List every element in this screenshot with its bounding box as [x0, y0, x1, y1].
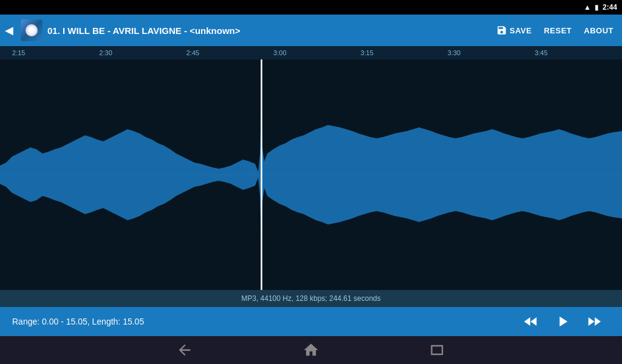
fast-forward-button[interactable] — [578, 309, 610, 334]
about-button[interactable]: ABOUT — [580, 24, 617, 38]
info-text: MP3, 44100 Hz, 128 kbps; 244.61 seconds — [241, 294, 380, 303]
toolbar: ◀ 01. I WILL BE - AVRIL LAVIGNE - <unkno… — [0, 15, 622, 46]
album-art — [21, 19, 43, 41]
nav-home-button[interactable] — [299, 338, 323, 362]
about-label: ABOUT — [584, 26, 613, 35]
battery-icon: ▮ — [595, 3, 599, 12]
status-bar: ▲ ▮ 2:44 — [0, 0, 622, 15]
wifi-icon: ▲ — [584, 3, 591, 12]
song-title: 01. I WILL BE - AVRIL LAVIGNE - <unknown… — [47, 25, 488, 36]
ruler-label-6: 3:45 — [535, 49, 547, 56]
fast-forward-icon — [586, 313, 603, 330]
ruler-label-3: 3:00 — [273, 49, 286, 56]
info-bar: MP3, 44100 Hz, 128 kbps; 244.61 seconds — [0, 290, 622, 307]
play-icon — [554, 313, 571, 330]
play-button[interactable] — [547, 309, 578, 334]
rewind-icon — [522, 313, 539, 330]
save-button[interactable]: SAVE — [493, 22, 535, 38]
ruler-label-2: 2:45 — [186, 49, 199, 56]
range-text: Range: 0.00 - 15.05, Length: 15.05 — [12, 317, 515, 326]
controls-bar: Range: 0.00 - 15.05, Length: 15.05 — [0, 307, 622, 336]
back-button[interactable]: ◀ — [5, 24, 13, 37]
reset-label: RESET — [544, 26, 572, 35]
status-time: 2:44 — [603, 3, 617, 12]
playhead — [261, 59, 262, 290]
waveform-container[interactable] — [0, 59, 622, 290]
save-label: SAVE — [510, 26, 531, 35]
ruler-label-0: 2:15 — [12, 49, 25, 56]
reset-button[interactable]: RESET — [540, 24, 575, 38]
ruler-label-1: 2:30 — [99, 49, 112, 56]
ruler-label-5: 3:30 — [448, 49, 460, 56]
ruler-label-4: 3:15 — [360, 49, 373, 56]
rewind-button[interactable] — [515, 309, 547, 334]
nav-back-button[interactable] — [173, 338, 197, 362]
nav-recents-button[interactable] — [425, 338, 449, 362]
timeline-ruler: 2:15 2:30 2:45 3:00 3:15 3:30 3:45 — [0, 46, 622, 59]
save-icon — [496, 25, 507, 36]
nav-bar — [0, 336, 622, 364]
waveform-svg — [0, 59, 622, 290]
